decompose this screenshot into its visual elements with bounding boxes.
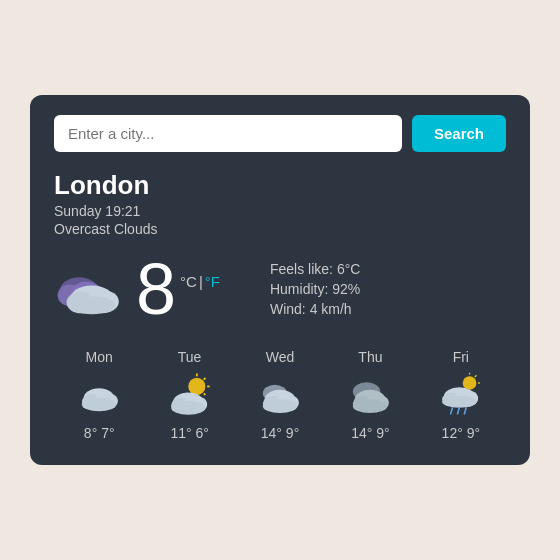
wind: Wind: 4 km/h — [270, 301, 360, 317]
forecast-icon-thu — [346, 371, 394, 419]
forecast-day-label: Thu — [358, 349, 382, 365]
forecast-day-mon: Mon 8° 7° — [54, 349, 144, 441]
search-input[interactable] — [54, 115, 402, 152]
forecast-temps-wed: 14° 9° — [261, 425, 299, 441]
forecast-icon-wed — [256, 371, 304, 419]
city-name: London — [54, 170, 506, 201]
forecast-day-wed: Wed 14° 9° — [235, 349, 325, 441]
forecast-temps-fri: 12° 9° — [442, 425, 480, 441]
forecast-icon-fri — [437, 371, 485, 419]
forecast-temps-tue: 11° 6° — [170, 425, 208, 441]
svg-point-24 — [263, 399, 297, 413]
svg-point-10 — [82, 398, 116, 412]
svg-line-13 — [203, 378, 205, 380]
forecast-day-label: Tue — [178, 349, 202, 365]
temperature-block: 8 °C | °F — [136, 253, 220, 325]
unit-divider: | — [199, 273, 203, 290]
temperature-value: 8 — [136, 253, 176, 325]
forecast-day-tue: Tue 11° 6° — [144, 349, 234, 441]
weather-card: Search London Sunday 19:21 Overcast Clou… — [30, 95, 530, 465]
svg-point-6 — [68, 296, 115, 314]
weather-details: Feels like: 6°C Humidity: 92% Wind: 4 km… — [270, 261, 360, 317]
forecast-day-thu: Thu 14° 9° — [325, 349, 415, 441]
feels-like: Feels like: 6°C — [270, 261, 360, 277]
forecast-row: Mon 8° 7° Tue — [54, 349, 506, 441]
svg-point-30 — [463, 376, 477, 390]
humidity: Humidity: 92% — [270, 281, 360, 297]
svg-line-38 — [451, 408, 453, 414]
fahrenheit-unit[interactable]: °F — [205, 273, 220, 290]
svg-point-11 — [188, 378, 205, 395]
temperature-units: °C | °F — [180, 265, 220, 290]
forecast-day-label: Mon — [86, 349, 113, 365]
svg-line-40 — [464, 408, 466, 414]
current-weather: 8 °C | °F Feels like: 6°C Humidity: 92% … — [54, 253, 506, 325]
weather-description: Overcast Clouds — [54, 221, 506, 237]
forecast-temps-thu: 14° 9° — [351, 425, 389, 441]
forecast-icon-mon — [75, 371, 123, 419]
date-time: Sunday 19:21 — [54, 203, 506, 219]
forecast-icon-tue — [166, 371, 214, 419]
svg-point-19 — [171, 401, 205, 415]
forecast-day-fri: Fri 12° 9° — [416, 349, 506, 441]
svg-point-29 — [353, 399, 387, 413]
svg-line-15 — [203, 393, 205, 395]
current-weather-icon — [54, 253, 126, 325]
svg-point-37 — [442, 396, 476, 408]
search-button[interactable]: Search — [412, 115, 506, 152]
forecast-day-label: Wed — [266, 349, 295, 365]
forecast-day-label: Fri — [453, 349, 469, 365]
forecast-temps-mon: 8° 7° — [84, 425, 115, 441]
svg-line-39 — [457, 408, 459, 414]
svg-line-32 — [475, 375, 477, 377]
celsius-unit[interactable]: °C — [180, 273, 197, 290]
search-row: Search — [54, 115, 506, 152]
